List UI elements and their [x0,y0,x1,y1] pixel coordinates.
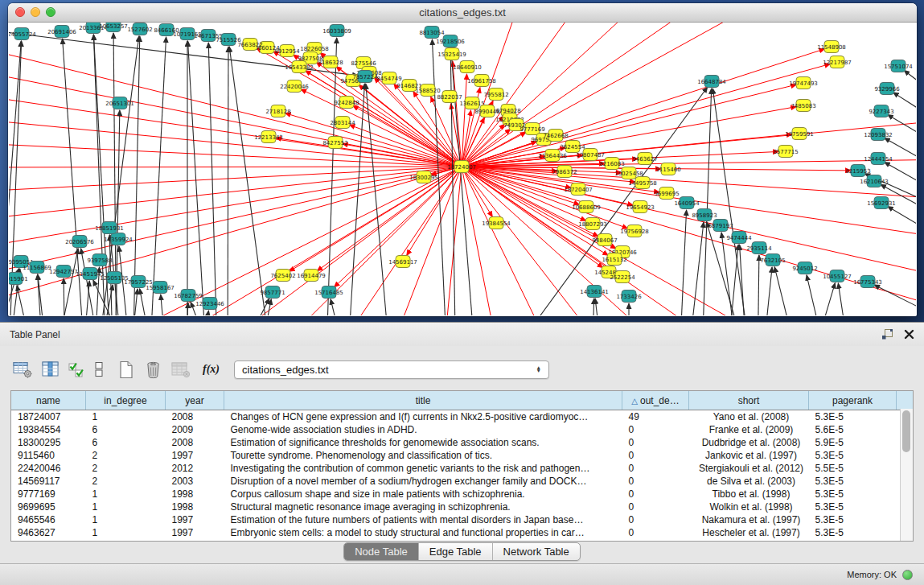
cell-in_degree[interactable]: 6 [86,423,166,436]
table-mode-button[interactable] [13,360,33,378]
graph-edge[interactable] [462,117,484,167]
cell-name[interactable]: 18724007 [11,410,86,424]
graph-edge[interactable] [81,281,89,315]
function-builder-button[interactable]: f(x) [203,363,220,376]
cell-name[interactable]: 9115460 [11,449,86,462]
cell-pagerank[interactable]: 5.5E-5 [809,462,897,475]
graph-edge[interactable] [149,37,166,315]
vertical-scrollbar[interactable] [900,409,913,541]
cell-year[interactable]: 1998 [166,501,224,513]
close-icon[interactable] [904,329,914,340]
graph-edge[interactable] [453,61,462,167]
cell-name[interactable]: 9777169 [11,488,86,501]
graph-edge[interactable] [838,283,852,315]
cell-title[interactable]: Corpus callosum shape and size in male p… [224,488,622,501]
cell-year[interactable]: 2008 [166,436,224,449]
cell-title[interactable]: Genome-wide association studies in ADHD. [224,423,622,436]
network-canvas[interactable]: 1872400718300295193845549660124766382289… [9,23,916,315]
graph-edge[interactable] [888,207,916,247]
cell-pagerank[interactable]: 5.3E-5 [809,475,897,488]
minimize-window-button[interactable] [31,7,40,17]
column-header-in_degree[interactable]: in_degree [86,391,166,410]
graph-edge[interactable] [803,283,835,315]
cell-pagerank[interactable]: 5.6E-5 [809,423,897,436]
cell-out_degree[interactable]: 49 [622,410,689,424]
cell-short[interactable]: Tibbo et al. (1998) [689,488,809,501]
cell-out_degree[interactable]: 0 [622,449,689,462]
graph-edge[interactable] [9,167,462,192]
cell-out_degree[interactable]: 0 [622,501,689,513]
cell-out_degree[interactable]: 0 [622,513,689,526]
cell-pagerank[interactable]: 5.9E-5 [809,436,897,449]
cell-name[interactable]: 19384554 [11,423,86,436]
graph-edge[interactable] [326,38,337,315]
show-columns-button[interactable] [42,360,60,378]
cell-pagerank[interactable]: 5.3E-5 [809,501,897,513]
delete-entries-button[interactable] [144,360,162,379]
cell-short[interactable]: Yano et al. (2008) [689,410,809,424]
column-header-title[interactable]: title [224,391,622,410]
graph-edge[interactable] [317,167,462,271]
cell-in_degree[interactable]: 1 [86,513,166,526]
graph-edge[interactable] [9,167,462,220]
table-select-dropdown[interactable]: citations_edges.txt ▲▼ [234,360,549,379]
column-header-out_degree[interactable]: △out_de… [622,391,689,410]
table-row[interactable]: 1830029562008Estimation of significance … [11,436,913,449]
graph-edge[interactable] [223,299,269,315]
cell-pagerank[interactable]: 5.3E-5 [809,526,897,539]
cell-out_degree[interactable]: 0 [622,526,689,539]
graph-edge[interactable] [197,311,208,315]
table-row[interactable]: 946554611997Estimation of the future num… [11,513,913,526]
cell-title[interactable]: Investigating the contribution of common… [224,462,622,475]
cell-out_degree[interactable]: 0 [622,488,689,501]
graph-edge[interactable] [758,255,759,315]
table-row[interactable]: 911546021997Tourette syndrome. Phenomeno… [11,449,913,462]
cell-year[interactable]: 2012 [166,462,224,475]
cell-year[interactable]: 1997 [166,449,224,462]
cell-short[interactable]: Jankovic et al. (1997) [689,449,809,462]
cell-pagerank[interactable]: 5.3E-5 [809,449,897,462]
graph-edge[interactable] [721,233,740,315]
graph-edge[interactable] [713,89,755,315]
cell-title[interactable]: Structural magnetic resonance image aver… [224,501,622,513]
cell-in_degree[interactable]: 1 [86,501,166,513]
close-window-button[interactable] [15,7,25,17]
table-row[interactable]: 969969511998Structural magnetic resonanc… [11,501,913,513]
graph-edge[interactable] [595,299,605,315]
window-titlebar[interactable]: citations_edges.txt [8,3,917,23]
graph-edge[interactable] [228,47,228,315]
delete-table-button-disabled[interactable] [171,360,191,378]
column-header-short[interactable]: short [689,391,809,410]
graph-edge[interactable] [9,167,462,167]
graph-edge[interactable] [761,267,772,315]
cell-title[interactable]: Embryonic stem cells: a model to study s… [224,526,622,539]
cell-title[interactable]: Disruption of a novel member of a sodium… [224,475,622,488]
graph-edge[interactable] [462,23,781,167]
graph-edge[interactable] [679,210,687,315]
cell-name[interactable]: 14569117 [11,475,86,488]
cell-in_degree[interactable]: 2 [86,449,166,462]
cell-pagerank[interactable]: 5.3E-5 [809,410,897,424]
graph-edge[interactable] [306,71,462,167]
cell-name[interactable]: 22420046 [11,462,86,475]
graph-edge[interactable] [9,119,462,167]
graph-edge[interactable] [161,295,168,315]
graph-edge[interactable] [64,278,65,315]
cell-name[interactable]: 9465546 [11,513,86,526]
cell-title[interactable]: Estimation of significance thresholds fo… [224,436,622,449]
cell-in_degree[interactable]: 1 [86,526,166,539]
cell-title[interactable]: Tourette syndrome. Phenomenology and cla… [224,449,622,462]
column-header-name[interactable]: name [11,391,86,410]
cell-in_degree[interactable]: 2 [86,475,166,488]
graph-edge[interactable] [229,47,275,315]
cell-name[interactable]: 9463627 [11,526,86,539]
cell-short[interactable]: Nakamura et al. (1997) [689,513,809,526]
cell-title[interactable]: Changes of HCN gene expression and I(f) … [224,410,622,424]
cell-short[interactable]: Franke et al. (2009) [689,423,809,436]
select-all-rows-button[interactable] [68,360,85,378]
cell-short[interactable]: Hescheler et al. (1997) [689,526,809,539]
cell-year[interactable]: 2003 [166,475,224,488]
table-row[interactable]: 2242004622012Investigating the contribut… [11,462,913,475]
cell-year[interactable]: 2009 [166,423,224,436]
tab-edge-table[interactable]: Edge Table [419,543,493,560]
